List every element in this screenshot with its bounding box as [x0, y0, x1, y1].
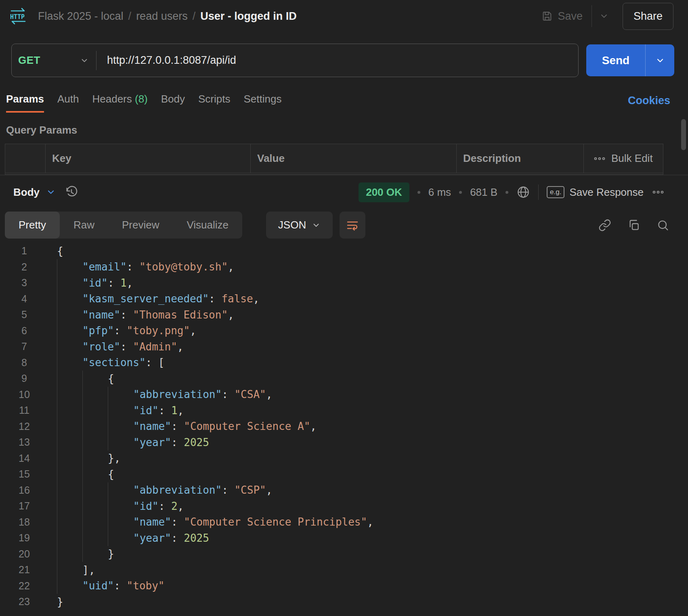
indent-guide [82, 419, 83, 435]
send-button[interactable]: Send [586, 44, 645, 76]
http-request-icon: HTTP [9, 7, 27, 25]
line-number: 15 [0, 468, 48, 480]
code-line: 6"pfp": "toby.png", [0, 323, 678, 339]
scrollbar-thumb[interactable] [681, 119, 686, 150]
tab-params[interactable]: Params [6, 93, 44, 113]
line-number: 18 [0, 516, 48, 528]
tab-body[interactable]: Body [161, 93, 185, 113]
line-number: 16 [0, 484, 48, 496]
send-button-group: Send [586, 44, 674, 76]
meta-dot [417, 191, 420, 194]
send-options-chevron[interactable] [646, 44, 674, 76]
indent-guide [57, 530, 57, 546]
indent-guide [57, 339, 57, 355]
line-number: 5 [0, 309, 48, 321]
code-line: 3"id": 1, [0, 275, 678, 291]
indent-guide [57, 307, 57, 323]
indent-guide [57, 578, 57, 594]
column-header-key: Key [46, 144, 251, 173]
format-dropdown[interactable]: JSON [266, 212, 333, 239]
line-number: 12 [0, 421, 48, 432]
response-history-icon[interactable] [65, 185, 78, 199]
svg-text:HTTP: HTTP [10, 13, 25, 21]
response-body-dropdown[interactable]: Body [13, 186, 56, 199]
line-number: 4 [0, 293, 48, 305]
indent-guide [108, 419, 108, 435]
code-line: 16"abbreviation": "CSP", [0, 482, 678, 499]
method-chevron-icon [80, 56, 89, 65]
line-number: 11 [0, 404, 48, 416]
code-line: 2"email": "toby@toby.sh", [0, 259, 678, 275]
response-time: 6 ms [428, 186, 451, 199]
indent-guide [82, 402, 83, 419]
view-tab-pretty[interactable]: Pretty [5, 212, 60, 239]
line-number: 21 [0, 564, 48, 576]
breadcrumb-folder[interactable]: read users [136, 10, 188, 23]
url-bar: GET http://127.0.0.1:8087/api/id [11, 44, 579, 77]
query-params-title: Query Params [6, 124, 77, 136]
breadcrumb: Flask 2025 - local / read users / User -… [38, 10, 297, 23]
code-line: 20} [0, 546, 678, 562]
indent-guide [57, 466, 57, 482]
indent-guide [82, 514, 83, 530]
request-title[interactable]: User - logged in ID [200, 10, 297, 23]
url-input[interactable]: http://127.0.0.1:8087/api/id [96, 54, 236, 67]
save-response-label: Save Response [569, 186, 644, 199]
param-checkbox-column [5, 144, 46, 173]
code-line: 11"id": 1, [0, 402, 678, 419]
code-line: 22"uid": "toby" [0, 578, 678, 594]
code-line: 5"name": "Thomas Edison", [0, 307, 678, 323]
tab-scripts[interactable]: Scripts [198, 93, 230, 113]
save-response-button[interactable]: e.g. Save Response [547, 186, 644, 199]
indent-guide [82, 387, 83, 403]
network-globe-icon[interactable] [516, 185, 530, 199]
line-number: 10 [0, 389, 48, 400]
copy-link-icon[interactable] [598, 219, 611, 232]
column-header-value: Value [251, 144, 457, 173]
tab-auth[interactable]: Auth [57, 93, 79, 113]
bulk-edit-button[interactable]: Bulk Edit [584, 144, 663, 173]
method-selector[interactable]: GET [12, 54, 96, 67]
breadcrumb-collection[interactable]: Flask 2025 - local [38, 10, 124, 23]
indent-guide [108, 482, 108, 499]
response-json-viewer: 1{2"email": "toby@toby.sh",3"id": 1,4"ka… [0, 243, 678, 610]
tab-settings[interactable]: Settings [243, 93, 281, 113]
column-header-description: Description [457, 144, 584, 173]
indent-guide [82, 371, 83, 387]
header-actions: Save Share [541, 0, 673, 32]
indent-guide [57, 514, 57, 530]
code-line: 7"role": "Admin", [0, 339, 678, 355]
cookies-link[interactable]: Cookies [628, 94, 670, 107]
indent-guide [57, 482, 57, 499]
indent-guide [82, 450, 83, 467]
line-number: 1 [0, 245, 48, 257]
indent-guide [108, 387, 108, 403]
meta-dot [459, 191, 462, 194]
share-button[interactable]: Share [623, 3, 673, 30]
save-button[interactable]: Save [541, 10, 592, 23]
tab-headers[interactable]: Headers (8) [92, 93, 147, 113]
breadcrumb-separator: / [128, 10, 132, 23]
meta-dot [506, 191, 508, 194]
save-menu-chevron[interactable] [592, 11, 616, 21]
code-line: 4"kasm_server_needed": false, [0, 291, 678, 307]
indent-guide [82, 546, 83, 562]
response-size: 681 B [470, 186, 497, 199]
response-view-bar: PrettyRawPreviewVisualize JSON [5, 212, 683, 239]
request-tabs: ParamsAuthHeaders (8)BodyScriptsSettings [6, 93, 281, 113]
copy-icon[interactable] [627, 219, 640, 232]
indent-guide [82, 434, 83, 450]
view-tab-preview[interactable]: Preview [108, 212, 173, 239]
response-more-options-icon[interactable] [652, 188, 665, 197]
indent-guide [57, 419, 57, 435]
wrap-text-button[interactable] [340, 212, 365, 239]
response-body-label: Body [13, 186, 40, 199]
query-params-header-row: Key Value Description Bulk Edit [5, 144, 663, 173]
indent-guide [57, 387, 57, 403]
view-tab-visualize[interactable]: Visualize [173, 212, 242, 239]
line-number: 3 [0, 277, 48, 289]
search-icon[interactable] [657, 219, 669, 232]
view-tab-raw[interactable]: Raw [60, 212, 108, 239]
code-line: 21], [0, 562, 678, 578]
code-line: 15{ [0, 466, 678, 482]
